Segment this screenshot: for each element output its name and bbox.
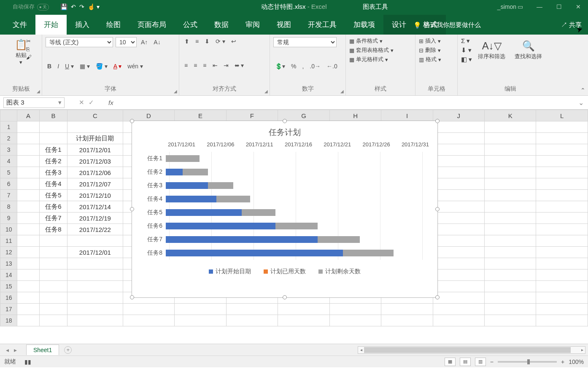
cell[interactable] (484, 156, 536, 167)
cell[interactable] (536, 167, 588, 178)
format-cells-button[interactable]: ▥ 格式 ▾ (419, 56, 454, 63)
resize-handle[interactable] (435, 295, 440, 299)
cell[interactable] (17, 213, 39, 224)
bar-segment[interactable] (275, 223, 318, 229)
cell[interactable] (536, 224, 588, 235)
indent-dec-icon[interactable]: ⇤ (211, 61, 219, 70)
cell[interactable] (17, 292, 39, 304)
cell[interactable]: 计划开始日期 (67, 133, 123, 144)
horizontal-scrollbar[interactable]: ◂▸ (358, 346, 585, 354)
cell[interactable] (536, 178, 588, 190)
cell[interactable] (484, 167, 536, 178)
tab-formulas[interactable]: 公式 (175, 15, 206, 35)
cell[interactable] (39, 121, 67, 133)
cell[interactable] (67, 315, 123, 326)
cell[interactable] (329, 315, 381, 326)
format-painter-icon[interactable]: 🖌 (26, 54, 32, 60)
column-header[interactable]: I (381, 110, 433, 121)
cell[interactable]: 2017/12/19 (67, 213, 123, 224)
font-name-select[interactable]: 等线 (正文) (46, 37, 113, 47)
cell[interactable] (17, 190, 39, 201)
tab-dev[interactable]: 开发工具 (299, 15, 345, 35)
column-header[interactable]: K (484, 110, 536, 121)
cell[interactable] (536, 258, 588, 269)
row-header[interactable]: 18 (0, 315, 17, 326)
cell[interactable]: 2017/12/22 (67, 224, 123, 235)
dec-decimal-icon[interactable]: ←.0 (325, 62, 339, 70)
phonetic-button[interactable]: wén ▾ (126, 62, 145, 70)
align-center-icon[interactable]: ≡ (192, 61, 199, 70)
cell[interactable] (67, 121, 123, 133)
zoom-in-icon[interactable]: + (561, 358, 564, 365)
cell[interactable] (381, 304, 433, 315)
align-top-icon[interactable]: ⬆ (183, 37, 191, 46)
undo-icon[interactable]: ↶ (71, 3, 76, 10)
chart-title[interactable]: 任务计划 (132, 121, 437, 141)
cell[interactable] (433, 292, 484, 304)
cell[interactable]: 任务1 (39, 144, 67, 156)
cell[interactable] (39, 133, 67, 144)
bar-segment[interactable] (166, 250, 343, 256)
cell[interactable] (433, 235, 484, 247)
cell[interactable] (175, 304, 227, 315)
zoom-level[interactable]: 100% (569, 358, 584, 365)
bar-segment[interactable] (166, 182, 208, 189)
cell[interactable] (17, 167, 39, 178)
bold-button[interactable]: B (46, 62, 53, 70)
merge-button[interactable]: ⬌ ▾ (233, 61, 246, 70)
cell[interactable] (433, 167, 484, 178)
maximize-icon[interactable]: ☐ (549, 0, 569, 13)
cell[interactable] (17, 201, 39, 213)
row-header[interactable]: 15 (0, 281, 17, 292)
column-header[interactable]: A (17, 110, 39, 121)
font-color-button[interactable]: A ▾ (112, 62, 123, 70)
table-format-button[interactable]: ▦ 套用表格格式 ▾ (349, 46, 412, 54)
cell[interactable] (433, 281, 484, 292)
legend-item[interactable]: 计划剩余天数 (318, 268, 361, 275)
cell[interactable] (226, 304, 278, 315)
launcher-icon[interactable]: ◢ (340, 89, 344, 94)
sheet-tab-active[interactable]: Sheet1 (26, 345, 59, 355)
cell[interactable] (123, 304, 175, 315)
font-size-select[interactable]: 10 (116, 37, 137, 47)
name-box[interactable]: 图表 3▾ (3, 97, 65, 108)
cell[interactable]: 2017/12/06 (67, 167, 123, 178)
row-header[interactable]: 2 (0, 133, 17, 144)
cell[interactable] (536, 235, 588, 247)
cell[interactable] (381, 315, 433, 326)
expand-formula-icon[interactable]: ⌄ (574, 99, 588, 107)
cell[interactable] (433, 144, 484, 156)
tell-me-search[interactable]: 💡 告诉我你想要做什么 (413, 21, 481, 29)
cell[interactable] (17, 247, 39, 258)
close-icon[interactable]: ✕ (569, 0, 588, 13)
legend-item[interactable]: 计划已用天数 (264, 268, 306, 275)
sort-filter-button[interactable]: A↓▽排序和筛选 (475, 38, 509, 62)
view-layout-icon[interactable]: ▤ (460, 358, 471, 366)
column-header[interactable]: E (175, 110, 227, 121)
cell[interactable] (536, 269, 588, 281)
row-header[interactable]: 16 (0, 292, 17, 304)
cell[interactable] (433, 133, 484, 144)
cell[interactable] (484, 315, 536, 326)
cell[interactable] (39, 247, 67, 258)
column-header[interactable]: J (433, 110, 484, 121)
cell[interactable] (278, 315, 330, 326)
cell[interactable] (17, 304, 39, 315)
cell[interactable] (536, 156, 588, 167)
row-header[interactable]: 17 (0, 304, 17, 315)
cell[interactable] (17, 144, 39, 156)
cell[interactable]: 2017/12/01 (67, 247, 123, 258)
cell[interactable] (536, 292, 588, 304)
row-header[interactable]: 14 (0, 269, 17, 281)
cell[interactable] (433, 201, 484, 213)
row-header[interactable]: 13 (0, 258, 17, 269)
tab-data[interactable]: 数据 (206, 15, 237, 35)
cell[interactable]: 2017/12/01 (67, 144, 123, 156)
autosum-icon[interactable]: Σ ▾ (461, 37, 472, 45)
legend-item[interactable]: 计划开始日期 (209, 268, 251, 275)
cell[interactable] (484, 144, 536, 156)
cell[interactable]: 任务4 (39, 178, 67, 190)
tab-file[interactable]: 文件 (4, 15, 35, 35)
launcher-icon[interactable]: ◢ (264, 89, 268, 94)
worksheet-grid[interactable]: ABCDEFGHIJKL12计划开始日期3任务12017/12/014任务220… (0, 110, 588, 344)
